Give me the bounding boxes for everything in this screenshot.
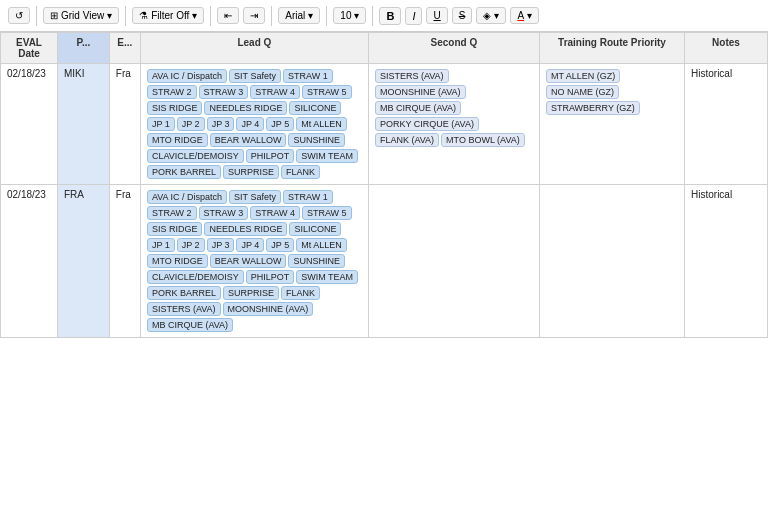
strikethrough-button[interactable]: S [452, 7, 473, 24]
cell-e: Fra [109, 185, 140, 338]
header-second-q: Second Q [368, 33, 539, 64]
font-selector[interactable]: Arial ▾ [278, 7, 320, 24]
bold-button[interactable]: B [379, 7, 401, 25]
lead-tag: JP 5 [266, 117, 294, 131]
lead-tag: STRAW 4 [250, 85, 300, 99]
grid-view-chevron: ▾ [107, 10, 112, 21]
main-table: EVAL Date P... E... Lead Q Second Q Trai… [0, 32, 768, 338]
lead-tag: PORK BARREL [147, 165, 221, 179]
fill-button[interactable]: ◈ ▾ [476, 7, 506, 24]
lead-tag: MOONSHINE (AVA) [223, 302, 314, 316]
lead-tag: PHILPOT [246, 149, 295, 163]
undo-button[interactable]: ↺ [8, 7, 30, 24]
size-selector[interactable]: 10 ▾ [333, 7, 366, 24]
outdent-button[interactable]: ⇤ [217, 7, 239, 24]
cell-second-q: SISTERS (AVA)MOONSHINE (AVA)MB CIRQUE (A… [368, 64, 539, 185]
table-row: 02/18/23MIKIFraAVA IC / DispatchSIT Safe… [1, 64, 768, 185]
indent-button[interactable]: ⇥ [243, 7, 265, 24]
lead-tag: AVA IC / Dispatch [147, 190, 227, 204]
lead-tag: STRAW 1 [283, 69, 333, 83]
second-tag: MTO BOWL (AVA) [441, 133, 525, 147]
header-p: P... [58, 33, 110, 64]
toolbar-divider-6 [372, 6, 373, 26]
cell-second-q [368, 185, 539, 338]
cell-notes: Historical [685, 64, 768, 185]
training-tag: STRAWBERRY (GZ) [546, 101, 640, 115]
lead-tag: STRAW 5 [302, 206, 352, 220]
text-color-chevron: ▾ [527, 10, 532, 21]
cell-training-route [539, 185, 684, 338]
outdent-icon: ⇤ [224, 10, 232, 21]
lead-tag: FLANK [281, 286, 320, 300]
second-tag: MB CIRQUE (AVA) [375, 101, 461, 115]
lead-tag: AVA IC / Dispatch [147, 69, 227, 83]
grid-icon: ⊞ [50, 10, 58, 21]
lead-tag: SILICONE [289, 101, 341, 115]
cell-lead-q: AVA IC / DispatchSIT SafetySTRAW 1STRAW … [140, 185, 368, 338]
filter-button[interactable]: ⚗ Filter Off ▾ [132, 7, 204, 24]
lead-tag: SIT Safety [229, 69, 281, 83]
training-tag: MT ALLEN (GZ) [546, 69, 620, 83]
lead-tag: PORK BARREL [147, 286, 221, 300]
text-color-label: A [517, 10, 524, 21]
grid-view-button[interactable]: ⊞ Grid View ▾ [43, 7, 119, 24]
toolbar-divider-3 [210, 6, 211, 26]
lead-tag: SWIM TEAM [296, 149, 358, 163]
lead-tag: JP 1 [147, 238, 175, 252]
lead-tag: SIT Safety [229, 190, 281, 204]
lead-tag: SWIM TEAM [296, 270, 358, 284]
cell-p: MIKI [58, 64, 110, 185]
size-chevron: ▾ [354, 10, 359, 21]
header-lead-q: Lead Q [140, 33, 368, 64]
lead-tag: MB CIRQUE (AVA) [147, 318, 233, 332]
lead-tag: Mt ALLEN [296, 117, 347, 131]
lead-tag: NEEDLES RIDGE [204, 222, 287, 236]
undo-icon: ↺ [15, 10, 23, 21]
size-label: 10 [340, 10, 351, 21]
bold-label: B [386, 10, 394, 22]
lead-tag: MTO RIDGE [147, 133, 208, 147]
lead-tag: JP 3 [207, 117, 235, 131]
lead-tag: SURPRISE [223, 286, 279, 300]
underline-button[interactable]: U [426, 7, 447, 24]
lead-tag: JP 1 [147, 117, 175, 131]
lead-tag: JP 3 [207, 238, 235, 252]
lead-tag: JP 4 [236, 238, 264, 252]
cell-eval-date: 02/18/23 [1, 185, 58, 338]
training-tag: NO NAME (GZ) [546, 85, 619, 99]
lead-tag: JP 5 [266, 238, 294, 252]
lead-tag: STRAW 3 [199, 206, 249, 220]
cell-training-route: MT ALLEN (GZ)NO NAME (GZ)STRAWBERRY (GZ) [539, 64, 684, 185]
cell-notes: Historical [685, 185, 768, 338]
lead-tag: STRAW 1 [283, 190, 333, 204]
second-tag: FLANK (AVA) [375, 133, 439, 147]
italic-label: I [412, 10, 415, 22]
toolbar-divider-4 [271, 6, 272, 26]
filter-label: Filter Off [151, 10, 189, 21]
lead-tag: CLAVICLE/DEMOISY [147, 270, 244, 284]
cell-lead-q: AVA IC / DispatchSIT SafetySTRAW 1STRAW … [140, 64, 368, 185]
lead-tag: SIS RIDGE [147, 101, 203, 115]
lead-tag: CLAVICLE/DEMOISY [147, 149, 244, 163]
lead-tag: SISTERS (AVA) [147, 302, 221, 316]
header-row: EVAL Date P... E... Lead Q Second Q Trai… [1, 33, 768, 64]
table-row: 02/18/23FRAFraAVA IC / DispatchSIT Safet… [1, 185, 768, 338]
font-label: Arial [285, 10, 305, 21]
lead-tag: NEEDLES RIDGE [204, 101, 287, 115]
indent-icon: ⇥ [250, 10, 258, 21]
lead-tag: PHILPOT [246, 270, 295, 284]
underline-label: U [433, 10, 440, 21]
header-e: E... [109, 33, 140, 64]
fill-icon: ◈ [483, 10, 491, 21]
fill-chevron: ▾ [494, 10, 499, 21]
text-color-button[interactable]: A ▾ [510, 7, 539, 24]
lead-tag: FLANK [281, 165, 320, 179]
lead-tag: MTO RIDGE [147, 254, 208, 268]
second-tag: PORKY CIRQUE (AVA) [375, 117, 479, 131]
lead-tag: SUNSHINE [288, 133, 345, 147]
lead-tag: SILICONE [289, 222, 341, 236]
header-training-route: Training Route Priority [539, 33, 684, 64]
second-tag: SISTERS (AVA) [375, 69, 449, 83]
italic-button[interactable]: I [405, 7, 422, 25]
lead-tag: BEAR WALLOW [210, 254, 287, 268]
